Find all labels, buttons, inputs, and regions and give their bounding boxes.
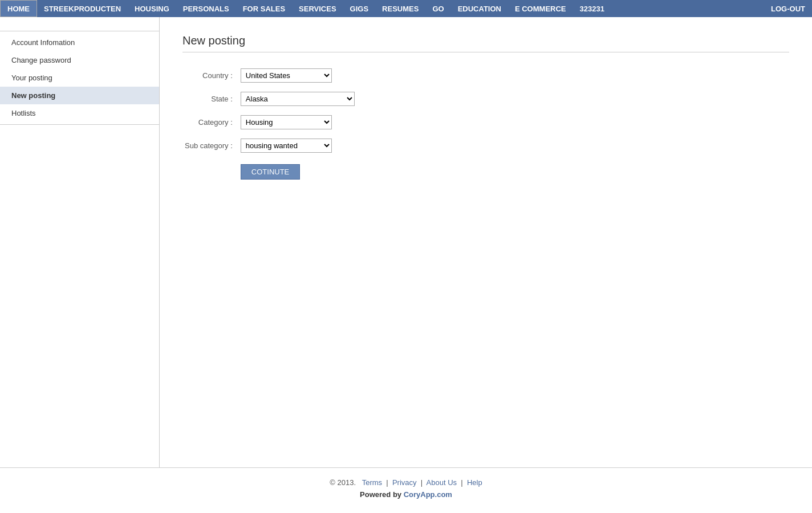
sidebar-item-change-password[interactable]: Change password (0, 51, 159, 69)
sidebar: Account Infomation Change password Your … (0, 17, 160, 467)
footer-privacy-link[interactable]: Privacy (392, 478, 417, 487)
sidebar-item-hotlists[interactable]: Hotlists (0, 104, 159, 122)
main-nav: HOME STREEKPRODUCTEN HOUSING PERSONALS F… (0, 0, 812, 17)
nav-ecommerce[interactable]: E COMMERCE (508, 0, 573, 17)
coryapp-link[interactable]: CoryApp.com (404, 490, 452, 499)
sidebar-item-account-info[interactable]: Account Infomation (0, 34, 159, 51)
powered-by: Powered by CoryApp.com (10, 490, 802, 499)
state-select[interactable]: Alaska (241, 92, 355, 106)
nav-323231[interactable]: 323231 (573, 0, 611, 17)
continue-button[interactable]: COTINUTE (241, 164, 300, 180)
logout-button[interactable]: LOG-OUT (764, 0, 812, 17)
footer-help-link[interactable]: Help (467, 478, 482, 487)
footer-links: © 2013. Terms | Privacy | About Us | Hel… (10, 478, 802, 487)
footer: © 2013. Terms | Privacy | About Us | Hel… (0, 467, 812, 509)
nav-education[interactable]: EDUCATION (451, 0, 508, 17)
category-select[interactable]: Housing (241, 115, 332, 129)
footer-terms-link[interactable]: Terms (362, 478, 382, 487)
nav-gigs[interactable]: GIGS (343, 0, 376, 17)
category-label: Category : (182, 111, 238, 134)
subcategory-select[interactable]: housing wanted (241, 139, 332, 153)
nav-go[interactable]: GO (425, 0, 450, 17)
nav-personals[interactable]: PERSONALS (176, 0, 236, 17)
page-wrapper: Account Infomation Change password Your … (0, 17, 812, 467)
state-label: State : (182, 87, 238, 111)
country-select[interactable]: United States (241, 68, 332, 83)
nav-forsales[interactable]: FOR SALES (236, 0, 292, 17)
nav-services[interactable]: SERVICES (292, 0, 343, 17)
sidebar-item-new-posting[interactable]: New posting (0, 87, 159, 104)
nav-housing[interactable]: HOUSING (128, 0, 176, 17)
subcategory-label: Sub category : (182, 134, 238, 157)
page-title: New posting (182, 34, 789, 52)
nav-resumes[interactable]: RESUMES (375, 0, 425, 17)
footer-aboutus-link[interactable]: About Us (427, 478, 457, 487)
copyright-text: © 2013. (330, 478, 356, 487)
main-content: New posting Country : United States Stat… (160, 17, 812, 467)
sidebar-item-your-posting[interactable]: Your posting (0, 69, 159, 87)
nav-streekproducten[interactable]: STREEKPRODUCTEN (37, 0, 128, 17)
new-posting-form: Country : United States State : Alaska C… (182, 64, 357, 184)
country-label: Country : (182, 64, 238, 87)
nav-home[interactable]: HOME (0, 0, 37, 17)
